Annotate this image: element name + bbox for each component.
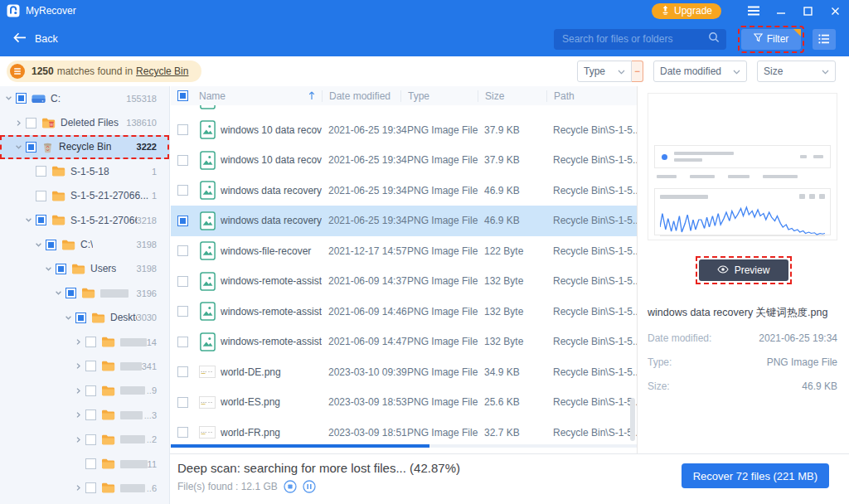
matches-text: matches found in — [57, 65, 133, 77]
chevron-down-icon[interactable] — [24, 216, 32, 224]
tree-checkbox[interactable] — [75, 313, 86, 323]
size-filter-dropdown[interactable]: Size — [757, 61, 836, 82]
file-row[interactable]: windows-file-recover2021-12-17 14:57PNG … — [171, 236, 637, 267]
chevron-down-icon[interactable] — [54, 289, 62, 297]
chevron-down-icon[interactable] — [14, 143, 22, 151]
tree-checkbox[interactable] — [85, 482, 96, 493]
row-checkbox[interactable] — [177, 366, 188, 377]
file-row[interactable]: wgx.png2022-09-22 20:55PNG Image File400… — [171, 105, 637, 115]
sort-ascending-icon[interactable] — [308, 91, 315, 100]
chevron-right-icon[interactable] — [74, 411, 82, 419]
chevron-down-icon[interactable] — [34, 241, 42, 249]
chevron-right-icon[interactable] — [74, 387, 82, 395]
tree-checkbox[interactable] — [85, 458, 96, 469]
row-checkbox[interactable] — [177, 397, 188, 408]
type-filter-dropdown[interactable]: Type — [577, 61, 632, 82]
tree-checkbox[interactable] — [36, 215, 46, 225]
tree-item-deleted-files[interactable]: Deleted Files138610 — [0, 110, 169, 134]
tree-item-folder[interactable]: ...3 — [0, 403, 169, 427]
stop-scan-button[interactable] — [284, 480, 297, 493]
preview-button[interactable]: Preview — [699, 259, 788, 281]
file-row[interactable]: windows 10 data recovery ...2021-06-25 1… — [171, 115, 637, 146]
column-header-size[interactable]: Size — [478, 90, 546, 102]
tree-checkbox[interactable] — [65, 288, 76, 298]
chevron-right-icon[interactable] — [74, 484, 82, 492]
tree-checkbox[interactable] — [85, 434, 96, 445]
tree-item-folder[interactable]: 11 — [0, 452, 169, 476]
tree-item-folder[interactable]: 14 — [0, 330, 169, 354]
tree-item-c[interactable]: C:\3198 — [0, 232, 169, 256]
table-scrollbar[interactable] — [630, 398, 635, 441]
tree-item-s-1-5-21-27066[interactable]: S-1-5-21-27066...1 — [0, 184, 169, 208]
matches-location-link[interactable]: Recycle Bin — [136, 65, 188, 77]
row-checkbox[interactable] — [177, 185, 188, 196]
tree-item-folder[interactable]: 3196 — [0, 281, 169, 305]
tree-item-users[interactable]: Users3198 — [0, 257, 169, 281]
column-header-date[interactable]: Date modified — [322, 90, 400, 102]
filter-button[interactable]: Filter — [741, 29, 801, 50]
file-row[interactable]: windows-remote-assistance (...2021-06-09… — [171, 266, 637, 297]
column-header-path[interactable]: Path — [546, 90, 637, 102]
tree-checkbox[interactable] — [16, 93, 27, 104]
minimize-button[interactable] — [767, 0, 794, 22]
tree-checkbox[interactable] — [85, 337, 96, 347]
select-all-checkbox[interactable] — [177, 90, 188, 101]
tree-checkbox[interactable] — [85, 385, 96, 396]
chevron-right-icon[interactable] — [14, 119, 22, 127]
file-row[interactable]: windows-remote-assistance (...2021-06-09… — [171, 327, 637, 357]
row-checkbox[interactable] — [177, 306, 188, 317]
tree-checkbox[interactable] — [85, 361, 96, 371]
tree-item-folder[interactable]: 341 — [0, 354, 169, 378]
type-filter-remove-badge[interactable]: − — [632, 61, 643, 82]
folder-icon — [101, 361, 115, 371]
pause-scan-button[interactable] — [303, 480, 316, 493]
file-row[interactable]: windows data recovery ...2021-06-25 19:3… — [171, 176, 637, 206]
row-checkbox[interactable] — [177, 124, 188, 135]
file-row[interactable]: windows data recovery2021-06-25 19:34PNG… — [171, 206, 637, 236]
file-row[interactable]: world-ES.png2023-03-09 18:53PNG Image Fi… — [171, 387, 637, 418]
column-header-name[interactable]: Name — [194, 90, 322, 102]
tree-item-folder[interactable]: ..6 — [0, 476, 169, 500]
tree-checkbox[interactable] — [26, 118, 36, 128]
row-checkbox[interactable] — [177, 337, 188, 347]
upgrade-button[interactable]: Upgrade — [652, 3, 721, 19]
maximize-button[interactable] — [794, 0, 822, 22]
chevron-down-icon[interactable] — [64, 314, 72, 322]
file-row[interactable]: windows 10 data recovery ...2021-06-25 1… — [171, 145, 637, 176]
menu-icon[interactable] — [740, 0, 767, 22]
row-checkbox[interactable] — [177, 155, 188, 166]
file-row[interactable]: world-FR.png2023-03-09 18:51PNG Image Fi… — [171, 418, 637, 445]
list-view-button[interactable] — [813, 29, 836, 50]
search-input[interactable] — [560, 32, 708, 46]
tree-checkbox[interactable] — [85, 410, 96, 420]
chevron-down-icon[interactable] — [4, 94, 12, 102]
column-header-type[interactable]: Type — [400, 90, 478, 102]
close-button[interactable] — [822, 0, 849, 22]
tree-item-folder[interactable]: ..2 — [0, 427, 169, 451]
tree-checkbox[interactable] — [56, 264, 66, 274]
tree-item-s-1-5-21-27066[interactable]: S-1-5-21-27066...3218 — [0, 208, 169, 232]
file-row[interactable]: world-DE.png2023-03-10 09:39PNG Image Fi… — [171, 357, 637, 388]
tree-item-recycle-bin[interactable]: Recycle Bin3222 — [0, 135, 169, 159]
chevron-down-icon[interactable] — [44, 265, 52, 273]
search-icon[interactable] — [708, 32, 720, 46]
tree-item-s-1-5-18[interactable]: S-1-5-181 — [0, 159, 169, 183]
row-checkbox[interactable] — [177, 245, 188, 256]
chevron-right-icon[interactable] — [74, 436, 82, 443]
tree-item-c[interactable]: C:155318 — [0, 86, 169, 110]
recover-files-button[interactable]: Recover 72 files (221 MB) — [682, 463, 829, 488]
tree-item-folder[interactable]: ..9 — [0, 379, 169, 403]
tree-checkbox[interactable] — [36, 191, 46, 201]
tree-checkbox[interactable] — [46, 240, 56, 250]
file-row[interactable]: windows-remote-assistance (...2021-06-09… — [171, 297, 637, 327]
tree-checkbox[interactable] — [26, 142, 36, 153]
row-checkbox[interactable] — [177, 427, 188, 438]
chevron-right-icon[interactable] — [74, 338, 82, 346]
back-button[interactable]: Back — [13, 32, 58, 46]
row-checkbox[interactable] — [177, 216, 188, 226]
row-checkbox[interactable] — [177, 276, 188, 287]
date-filter-dropdown[interactable]: Date modified — [653, 61, 747, 82]
tree-item-desktop[interactable]: Desktop3030 — [0, 306, 169, 330]
chevron-right-icon[interactable] — [74, 362, 82, 370]
tree-checkbox[interactable] — [36, 166, 46, 177]
